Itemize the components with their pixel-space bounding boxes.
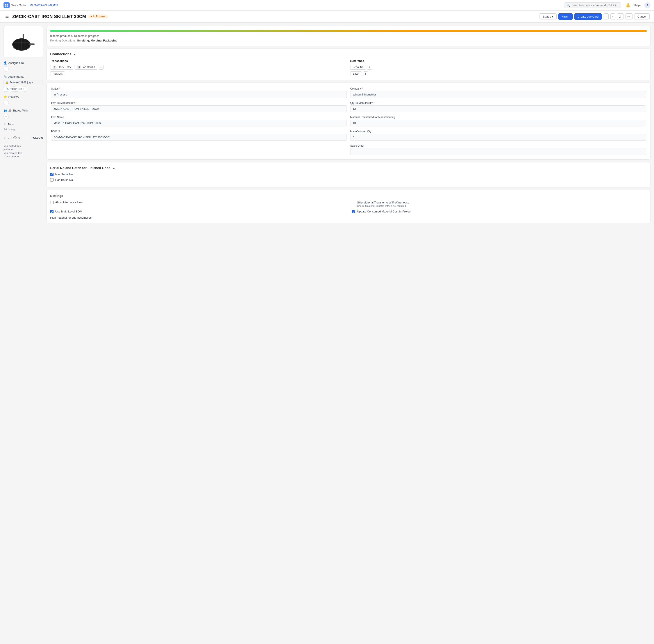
serial-no-tag[interactable]: Serial No: [350, 65, 366, 70]
shared-with-section: 👥 23 Shared With +: [3, 109, 43, 119]
print-button[interactable]: 🖨: [617, 14, 624, 20]
status-field-group: Status *: [51, 87, 347, 98]
notifications-button[interactable]: 🔔: [625, 2, 631, 8]
avatar[interactable]: A: [644, 2, 651, 8]
add-shared-button[interactable]: +: [3, 114, 9, 119]
follow-button[interactable]: FOLLOW: [31, 136, 43, 139]
content-wrapper: 👤 Assigned To + 📎 Attachments 🔒 Pyrolux-…: [0, 23, 654, 644]
has-batch-row: Has Batch No: [50, 178, 647, 182]
job-card-tag[interactable]: 3 Job Card 3: [75, 65, 97, 70]
transactions-column: Transactions 1 Stock Entry 3 Job Card 3 …: [50, 59, 347, 76]
svg-rect-10: [29, 43, 35, 45]
pick-list-tag[interactable]: Pick List: [50, 71, 65, 76]
has-batch-checkbox[interactable]: [50, 178, 53, 182]
add-assignee-button[interactable]: +: [3, 66, 9, 72]
serial-batch-collapse-button[interactable]: ▲: [112, 166, 115, 170]
skip-transfer-label: Skip Material Transfer to WIP Warehouse: [357, 201, 409, 204]
hamburger-button[interactable]: ☰: [4, 13, 10, 20]
next-button[interactable]: ›: [610, 14, 615, 20]
reactions-bar: ♡ 0 · 💬 0 FOLLOW: [3, 136, 43, 139]
update-cost-label: Update Consumed Material Cost In Project: [357, 210, 411, 213]
item-to-mfg-input[interactable]: [51, 105, 347, 112]
serial-batch-card: Serial No and Batch for Finished Good ▲ …: [47, 162, 651, 187]
allow-alt-checkbox[interactable]: [50, 201, 53, 204]
attachments-title: 📎 Attachments: [3, 75, 43, 78]
help-button[interactable]: Help ▾: [634, 3, 642, 7]
add-review-button[interactable]: +: [3, 100, 9, 105]
qty-to-mfg-input[interactable]: [350, 105, 646, 112]
material-transferred-field-group: Material Transferred for Manufacturing: [350, 116, 646, 127]
remove-attachment-button[interactable]: ✕: [31, 81, 33, 84]
item-to-mfg-label: Item To Manufacture *: [51, 101, 347, 105]
reviews-section: ⭐ Reviews +: [3, 95, 43, 105]
activity-create: You created this 1 minute ago: [3, 152, 43, 158]
item-name-input[interactable]: [51, 120, 347, 127]
progress-card: 0 items produced. 13 items in progress P…: [47, 26, 651, 46]
bom-no-label: BOM No *: [51, 130, 347, 133]
allow-alt-label: Allow Alternative Item: [55, 201, 82, 204]
progress-bar-outer: [50, 30, 647, 32]
use-multi-bom-checkbox[interactable]: [50, 210, 53, 213]
attachment-chip[interactable]: 🔒 Pyrolux-11863.jpg ✕: [3, 80, 43, 85]
qty-to-mfg-label: Qty To Manufacture *: [350, 101, 646, 105]
status-button[interactable]: Status ▾: [539, 14, 557, 20]
shared-with-title: 👥 23 Shared With: [3, 109, 43, 112]
sales-order-field-group: Sales Order: [350, 144, 646, 155]
company-field-group: Company *: [350, 87, 646, 98]
company-input[interactable]: [350, 91, 646, 98]
assigned-to-section: 👤 Assigned To +: [3, 61, 43, 72]
batch-tag[interactable]: Batch: [350, 71, 362, 76]
material-transferred-input[interactable]: [350, 120, 646, 127]
skip-transfer-checkbox[interactable]: [352, 201, 355, 204]
has-serial-label: Has Serial No: [55, 173, 73, 176]
page-title: ZMCIK-CAST IRON SKILLET 30CM: [12, 14, 86, 19]
attachments-section: 📎 Attachments 🔒 Pyrolux-11863.jpg ✕ 📎 At…: [3, 75, 43, 92]
activity-edit: You edited this just now: [3, 145, 43, 151]
breadcrumb-work-order[interactable]: Work Order: [11, 3, 26, 7]
search-bar[interactable]: 🔍: [564, 2, 621, 8]
cancel-button[interactable]: Cancel: [634, 14, 650, 20]
breadcrumb: Work Order › MFG-WO-2022-00003: [11, 3, 58, 7]
qty-to-mfg-field-group: Qty To Manufacture *: [350, 101, 646, 112]
create-job-card-button[interactable]: Create Job Card: [574, 14, 602, 20]
attach-file-button[interactable]: 📎 Attach File +: [3, 86, 27, 92]
sales-order-label: Sales Order: [350, 144, 646, 147]
prev-button[interactable]: ‹: [604, 14, 608, 20]
progress-bar-inner: [50, 30, 647, 32]
add-tag-label[interactable]: Add a tag ...: [3, 128, 18, 131]
form-grid: Status * Company * Item To Man: [51, 87, 646, 155]
update-cost-checkbox[interactable]: [352, 210, 355, 213]
navbar-actions: 🔔 Help ▾ A: [625, 2, 651, 8]
tags-section: 🏷 Tags Add a tag ...: [3, 123, 43, 131]
more-button[interactable]: •••: [626, 14, 632, 20]
add-batch-button[interactable]: +: [363, 71, 368, 76]
finish-button[interactable]: Finish: [558, 14, 573, 20]
stock-entry-tag[interactable]: 1 Stock Entry: [50, 65, 73, 70]
search-input[interactable]: [572, 3, 619, 7]
pick-list-row: Pick List: [50, 71, 347, 76]
assigned-to-title: 👤 Assigned To: [3, 61, 43, 65]
add-transaction-button[interactable]: +: [99, 65, 103, 70]
reference-title: Reference: [350, 59, 647, 63]
connections-collapse-button[interactable]: ▲: [73, 52, 76, 56]
product-image-card: [3, 26, 43, 58]
breadcrumb-current[interactable]: MFG-WO-2022-00003: [30, 3, 58, 7]
has-serial-checkbox[interactable]: [50, 173, 53, 176]
skip-transfer-setting: Skip Material Transfer to WIP Warehouse …: [352, 201, 647, 207]
comment-icon: 💬: [14, 136, 17, 139]
bom-no-input[interactable]: [51, 134, 347, 141]
bom-no-field-group: BOM No *: [51, 130, 347, 141]
status-dot: [91, 16, 92, 17]
breadcrumb-sep: ›: [27, 3, 28, 7]
connections-grid: Transactions 1 Stock Entry 3 Job Card 3 …: [50, 59, 647, 76]
status-input[interactable]: [51, 91, 347, 98]
progress-text: 0 items produced. 13 items in progress: [50, 34, 647, 38]
item-name-field-group: Item Name: [51, 116, 347, 127]
use-multi-bom-label: Use Multi-Level BOM: [55, 210, 82, 213]
lock-icon: 🔒: [5, 81, 8, 84]
manufactured-qty-input[interactable]: [350, 134, 646, 141]
add-serial-no-button[interactable]: +: [367, 65, 372, 70]
serial-batch-header: Serial No and Batch for Finished Good ▲: [50, 166, 647, 170]
status-label: Status *: [51, 87, 347, 90]
sales-order-input[interactable]: [350, 148, 646, 155]
